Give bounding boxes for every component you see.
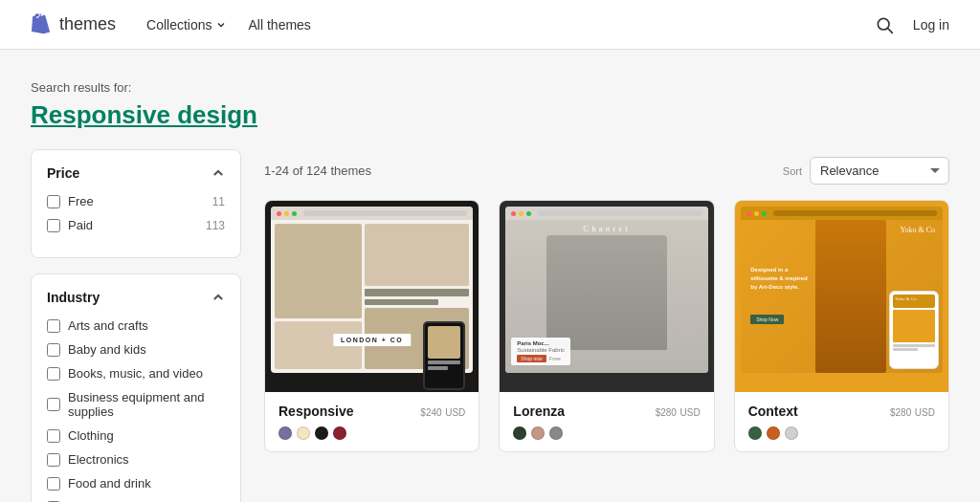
login-button[interactable]: Log in [913,17,949,33]
sort-label: Sort [783,165,802,177]
search-banner: Search results for: Responsive design [0,50,980,149]
shopify-logo-icon [31,13,54,36]
theme-name-row-lorenza: Lorenza $280 USD [513,404,700,419]
electronics-checkbox[interactable] [47,453,60,467]
free-count: 11 [212,195,225,208]
industry-filter-title: Industry [47,290,100,305]
swatch[interactable] [531,426,545,440]
industry-filter-section: Industry Arts and crafts Baby and kids B… [31,273,241,502]
price-filter-header: Price [47,165,225,181]
theme-name-row-responsive: Responsive $240 USD [278,404,465,419]
filter-option-electronics: Electronics [47,452,225,467]
free-label: Free [68,194,205,208]
arts-crafts-checkbox[interactable] [47,319,60,333]
swatch[interactable] [767,426,780,440]
grid-header: 1-24 of 124 themes Sort Relevance Newest… [264,149,949,185]
books-music-label: Books, music, and video [68,366,225,381]
theme-image-responsive: LONDON + CO [265,201,479,392]
theme-image-context: Yoko & Co Designed in asilhouette & insp… [735,201,948,392]
search-query-text[interactable]: Responsive design [31,100,949,130]
swatch[interactable] [315,426,328,440]
theme-name-row-context: Context $280 USD [748,404,935,419]
business-equipment-label: Business equipment and supplies [68,390,225,419]
swatch[interactable] [297,426,310,440]
filter-option-baby: Baby and kids [47,342,225,357]
price-collapse-icon[interactable] [212,166,225,180]
search-icon [875,15,894,34]
swatch[interactable] [278,426,292,440]
theme-name-context: Context [748,404,798,419]
theme-price-responsive: $240 USD [420,404,465,419]
filter-option-arts: Arts and crafts [47,318,225,333]
paid-count: 113 [206,219,225,232]
theme-price-context: $280 USD [890,404,935,419]
theme-card-responsive[interactable]: LONDON + CO Respo [264,200,479,452]
results-count: 1-24 of 124 themes [264,164,371,178]
search-results-label: Search results for: [31,80,949,95]
books-music-checkbox[interactable] [47,367,60,381]
filter-option-clothing: Clothing [47,428,225,443]
theme-name-responsive: Responsive [278,404,354,419]
clothing-label: Clothing [68,428,225,443]
swatch[interactable] [333,426,346,440]
free-checkbox[interactable] [47,195,60,208]
price-filter-section: Price Free 11 Paid 113 [31,149,241,258]
swatch[interactable] [785,426,798,440]
search-button[interactable] [875,15,894,34]
arts-crafts-label: Arts and crafts [68,318,225,333]
paid-checkbox[interactable] [47,219,60,232]
chevron-down-icon [216,20,226,30]
collections-nav-link[interactable]: Collections [146,17,225,33]
filter-option-paid: Paid 113 [47,218,225,232]
theme-card-lorenza-footer: Lorenza $280 USD [500,392,713,451]
main-nav: Collections All themes [146,17,844,33]
baby-kids-label: Baby and kids [68,342,225,357]
swatch[interactable] [748,426,762,440]
price-filter-title: Price [47,165,79,181]
swatch[interactable] [513,426,526,440]
header-right: Log in [875,15,949,34]
logo-area[interactable]: themes [31,13,116,36]
main-content: Price Free 11 Paid 113 Industry [0,149,980,502]
baby-kids-checkbox[interactable] [47,343,60,357]
all-themes-nav-link[interactable]: All themes [249,17,311,33]
theme-card-responsive-footer: Responsive $240 USD [265,392,479,451]
color-swatches-responsive [278,426,465,440]
color-swatches-context [748,426,935,440]
theme-grid-area: 1-24 of 124 themes Sort Relevance Newest… [264,149,949,502]
business-equipment-checkbox[interactable] [47,398,60,411]
theme-card-context-footer: Context $280 USD [735,392,948,451]
industry-filter-header: Industry [47,290,225,305]
logo-text: themes [59,14,116,34]
sort-container: Sort Relevance Newest Price: Low to High… [783,157,949,185]
theme-image-lorenza: Chanret Paris Moc... Sustainable Fabric … [500,201,713,392]
clothing-checkbox[interactable] [47,429,60,443]
theme-card-context[interactable]: Yoko & Co Designed in asilhouette & insp… [734,200,949,452]
filter-option-books: Books, music, and video [47,366,225,381]
header: themes Collections All themes Log in [0,0,980,50]
food-drink-label: Food and drink [68,476,225,491]
theme-price-lorenza: $280 USD [656,404,701,419]
industry-collapse-icon[interactable] [212,291,225,304]
sort-select[interactable]: Relevance Newest Price: Low to High Pric… [810,157,949,185]
theme-cards-grid: LONDON + CO Respo [264,200,949,452]
svg-line-1 [888,28,893,33]
electronics-label: Electronics [68,452,225,467]
swatch[interactable] [549,426,563,440]
food-drink-checkbox[interactable] [47,477,60,491]
paid-label: Paid [68,218,198,232]
theme-card-lorenza[interactable]: Chanret Paris Moc... Sustainable Fabric … [499,200,714,452]
sidebar: Price Free 11 Paid 113 Industry [31,149,241,502]
theme-name-lorenza: Lorenza [513,404,565,419]
filter-option-business: Business equipment and supplies [47,390,225,419]
color-swatches-lorenza [513,426,700,440]
filter-option-food: Food and drink [47,476,225,491]
filter-option-free: Free 11 [47,194,225,208]
